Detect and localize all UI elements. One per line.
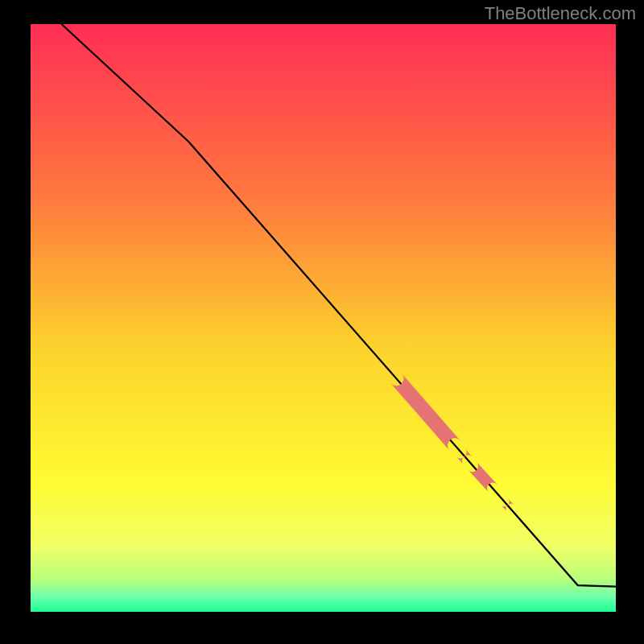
plot-area: [31, 24, 616, 612]
chart-container: TheBottleneck.com: [0, 0, 644, 644]
attribution-label: TheBottleneck.com: [485, 3, 636, 24]
chart-svg: [0, 0, 644, 644]
